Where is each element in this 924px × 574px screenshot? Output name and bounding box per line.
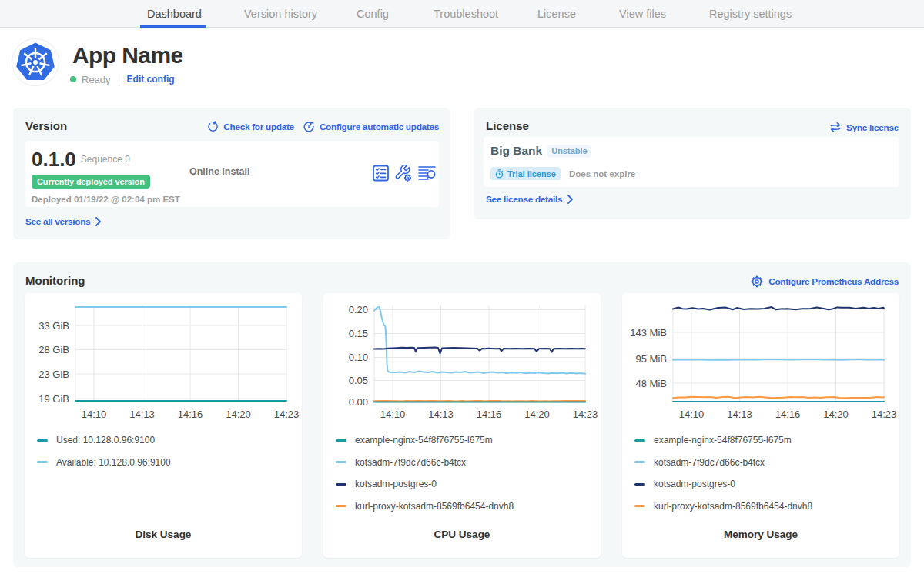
svg-text:14:16: 14:16 [775,409,801,420]
svg-text:14:23: 14:23 [274,409,300,420]
svg-text:28 GiB: 28 GiB [38,344,69,355]
svg-text:14:20: 14:20 [823,409,849,420]
svg-text:0.10: 0.10 [349,352,368,363]
svg-text:0.15: 0.15 [349,328,368,339]
svg-text:14:20: 14:20 [524,409,550,420]
svg-text:14:16: 14:16 [178,409,203,420]
svg-text:0.00: 0.00 [349,396,368,408]
svg-text:33 GiB: 33 GiB [38,320,69,332]
svg-text:14:23: 14:23 [872,409,897,420]
svg-text:95 MiB: 95 MiB [636,353,667,365]
svg-text:14:13: 14:13 [129,409,155,420]
svg-text:48 MiB: 48 MiB [636,378,667,389]
svg-text:0.20: 0.20 [349,304,368,315]
svg-text:19 GiB: 19 GiB [38,393,69,405]
svg-text:23 GiB: 23 GiB [38,369,69,380]
svg-text:14:10: 14:10 [380,409,406,420]
svg-text:14:20: 14:20 [226,409,251,420]
svg-text:14:13: 14:13 [727,409,752,420]
svg-text:14:16: 14:16 [477,409,502,420]
svg-text:14:23: 14:23 [573,409,598,420]
svg-text:14:10: 14:10 [679,409,705,420]
svg-text:14:13: 14:13 [428,409,454,420]
svg-text:0.05: 0.05 [349,375,368,386]
svg-text:14:10: 14:10 [82,409,107,420]
svg-text:143 MiB: 143 MiB [630,327,667,339]
